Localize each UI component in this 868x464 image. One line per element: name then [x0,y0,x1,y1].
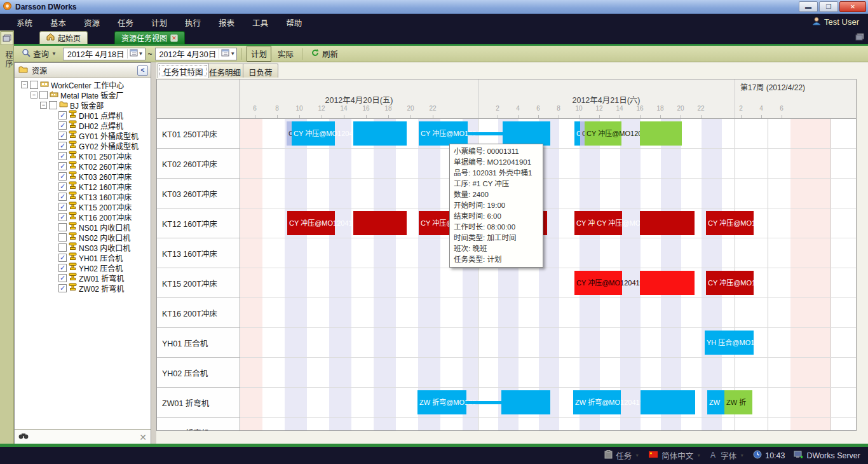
find-close-icon[interactable]: ✕ [139,432,147,442]
tree-item-ZW02[interactable]: ✓ZW02 折弯机 [15,283,151,293]
tree-checkbox[interactable] [58,223,67,231]
tab-gantt-chart[interactable]: 任务甘特图 [158,63,209,78]
gantt-bar[interactable]: ZW [707,390,724,414]
gantt-bar[interactable]: CY 冲压@MO12041904 [287,211,335,235]
gantt-bar[interactable]: CY 冲压@MO1 [706,271,754,295]
row-label-ZW02[interactable]: ZW02 折弯机 [157,418,240,431]
status-item-1[interactable]: 简体中文▼ [648,449,701,461]
gantt-bar[interactable]: CY 冲压@MO12041903 [574,271,622,295]
tree-checkbox[interactable]: ✓ [58,213,67,221]
tree-item-NS02[interactable]: NS02 内收口机 [15,232,151,242]
tree-checkbox[interactable] [58,243,67,252]
tree-checkbox[interactable]: ✓ [58,142,67,150]
gantt-bar[interactable]: ZW 折 [724,390,752,414]
gantt-bar[interactable] [353,211,407,235]
gantt-bar[interactable] [641,390,695,414]
tree-item-WorkCenter[interactable]: −WorkCenter 工作中心 [15,79,151,90]
row-label-KT16[interactable]: KT16 200T冲床 [157,298,240,328]
tree-item-YH02[interactable]: ✓YH02 压合机 [15,263,151,273]
row-label-YH02[interactable]: YH02 压合机 [157,358,240,388]
status-item-0[interactable]: 任务▼ [604,449,639,461]
tree-checkbox[interactable] [49,101,57,109]
tree-item-KT13[interactable]: ✓KT13 160T冲床 [15,191,151,201]
tree-checkbox[interactable]: ✓ [58,274,67,282]
row-label-ZW01[interactable]: ZW01 折弯机 [157,388,240,418]
gantt-bar[interactable]: CY 冲压@MO1 [706,211,754,235]
plan-toggle-button[interactable]: 计划 [247,46,271,62]
date-from-picker[interactable]: 2012年 4月18日 ▼ [63,48,146,60]
tree-item-DH01[interactable]: ✓DH01 点焊机 [15,110,151,120]
tree-item-Metal[interactable]: −Metal Plate 钣金厂 [15,90,151,100]
tree-item-BJ[interactable]: −BJ 钣金部 [15,100,151,110]
tree-item-YH01[interactable]: ✓YH01 压合机 [15,252,151,263]
row-label-KT13[interactable]: KT13 160T冲床 [157,238,240,268]
gantt-bar[interactable]: C [580,121,585,146]
tree-expander-icon[interactable]: − [21,81,28,88]
menu-item-1[interactable]: 基本 [41,14,75,31]
gantt-bar[interactable]: CY 冲压@MO12041901 [419,121,468,146]
tab-close-icon[interactable]: ✕ [170,34,178,42]
tree-checkbox[interactable]: ✓ [58,121,67,130]
tree-expander-icon[interactable]: − [31,92,37,99]
binoculars-icon[interactable] [18,432,29,442]
gantt-bar[interactable] [468,132,503,135]
restore-button[interactable]: ❐ [819,1,838,12]
gantt-bar[interactable] [640,271,695,295]
gantt-bar[interactable]: ZW 折弯@MO12041901 [417,390,466,414]
tab-start-page[interactable]: 起始页 [39,31,88,44]
tree-item-KT15[interactable]: ✓KT15 200T冲床 [15,201,151,212]
row-label-KT01[interactable]: KT01 250T冲床 [157,119,240,149]
gantt-bar[interactable]: YH 压合@MO1 [705,331,754,355]
refresh-button[interactable]: 刷新 [307,46,342,61]
gantt-bar[interactable]: C [287,121,292,146]
gantt-bar[interactable]: CY 冲压@MO12041902 [585,121,621,146]
tree-expander-icon[interactable]: − [40,102,47,109]
tree-checkbox[interactable]: ✓ [58,254,67,262]
gantt-bar[interactable] [466,401,501,404]
tab-daily-load[interactable]: 日负荷 [243,64,278,78]
gantt-bar[interactable] [503,121,550,146]
date-to-picker[interactable]: 2012年 4月30日 ▼ [155,48,238,60]
menu-item-2[interactable]: 资源 [75,14,109,31]
gantt-bar[interactable] [353,121,407,146]
tab-resource-task-view[interactable]: 资源任务视图 ✕ [114,31,185,44]
tree-item-KT03[interactable]: ✓KT03 260T冲床 [15,171,151,181]
actual-toggle-button[interactable]: 实际 [274,46,297,61]
window-list-icon[interactable] [855,33,864,43]
program-panel-button[interactable] [1,31,13,45]
tree-checkbox[interactable]: ✓ [58,203,67,211]
gantt-bar[interactable]: C [574,121,580,146]
row-label-KT12[interactable]: KT12 160T冲床 [157,208,240,238]
tree-item-NS01[interactable]: NS01 内收口机 [15,222,151,232]
row-label-KT15[interactable]: KT15 200T冲床 [157,268,240,298]
tree-checkbox[interactable]: ✓ [58,284,67,292]
query-button[interactable]: 查询 ▼ [18,46,60,61]
close-button[interactable]: ✕ [839,1,866,12]
menu-item-0[interactable]: 系统 [8,14,41,31]
tree-checkbox[interactable] [39,91,48,99]
tree-item-NS03[interactable]: NS03 内收口机 [15,242,151,252]
menu-item-4[interactable]: 计划 [142,14,176,31]
gantt-bar[interactable]: CY 冲 CY 冲压@MO12041904 [574,211,622,235]
user-indicator[interactable]: Test User [812,17,859,27]
tree-checkbox[interactable]: ✓ [58,162,67,170]
gantt-bar[interactable]: CY 冲压@MO12041901 [292,121,335,146]
tree-checkbox[interactable] [58,233,67,242]
menu-item-7[interactable]: 工具 [243,14,277,31]
tree-checkbox[interactable] [30,81,38,89]
menu-item-6[interactable]: 报表 [210,14,243,31]
tree-item-GY02[interactable]: ✓GY02 外桶成型机 [15,140,151,151]
status-item-2[interactable]: A字体▼ [710,449,744,461]
row-label-KT02[interactable]: KT02 260T冲床 [157,149,240,179]
gantt-bar[interactable] [501,390,550,414]
status-item-4[interactable]: DWorks Server [794,451,860,461]
tree-checkbox[interactable]: ✓ [58,264,67,272]
tree-item-ZW01[interactable]: ✓ZW01 折弯机 [15,273,151,283]
tree-item-GY01[interactable]: ✓GY01 外桶成型机 [15,130,151,140]
row-label-YH01[interactable]: YH01 压合机 [157,328,240,358]
minimize-button[interactable]: ▬ [799,1,818,12]
menu-item-3[interactable]: 任务 [109,14,142,31]
tree-item-KT02[interactable]: ✓KT02 260T冲床 [15,161,151,171]
gantt-bar[interactable]: ZW 折弯@MO12041901 [573,390,621,414]
tree-item-KT16[interactable]: ✓KT16 200T冲床 [15,212,151,222]
